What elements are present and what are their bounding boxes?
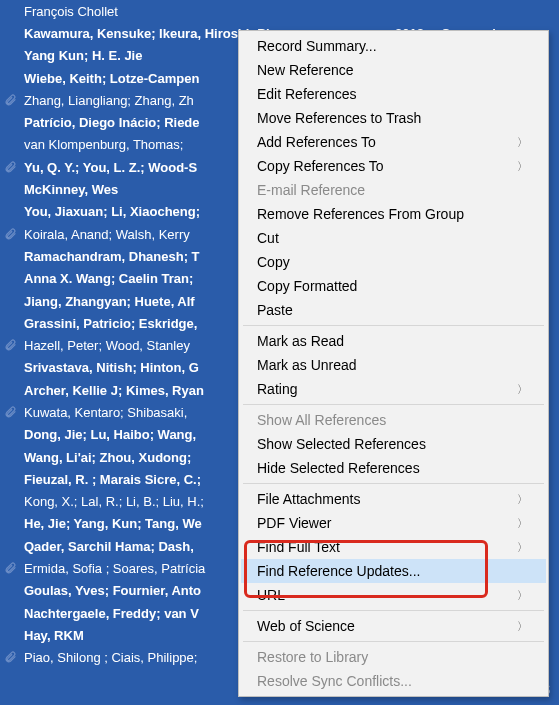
reference-row[interactable]: François Chollet	[0, 0, 559, 22]
menu-label: New Reference	[257, 62, 354, 78]
menu-label: Copy References To	[257, 158, 384, 174]
paperclip-icon	[4, 651, 20, 664]
menu-label: Move References to Trash	[257, 110, 421, 126]
menu-label: Record Summary...	[257, 38, 377, 54]
menu-pdf-viewer[interactable]: PDF Viewer〉	[241, 511, 546, 535]
menu-separator	[243, 404, 544, 405]
menu-file-attachments[interactable]: File Attachments〉	[241, 487, 546, 511]
menu-separator	[243, 610, 544, 611]
paperclip-icon	[4, 406, 20, 419]
menu-new-reference[interactable]: New Reference	[241, 58, 546, 82]
menu-label: File Attachments	[257, 491, 361, 507]
menu-rating[interactable]: Rating〉	[241, 377, 546, 401]
menu-copy-references-to[interactable]: Copy References To〉	[241, 154, 546, 178]
menu-label: Restore to Library	[257, 649, 368, 665]
menu-label: Show All References	[257, 412, 386, 428]
menu-edit-references[interactable]: Edit References	[241, 82, 546, 106]
menu-label: PDF Viewer	[257, 515, 331, 531]
menu-find-full-text[interactable]: Find Full Text〉	[241, 535, 546, 559]
paperclip-icon	[4, 562, 20, 575]
menu-show-selected[interactable]: Show Selected References	[241, 432, 546, 456]
menu-mark-unread[interactable]: Mark as Unread	[241, 353, 546, 377]
menu-label: Add References To	[257, 134, 376, 150]
menu-label: URL	[257, 587, 285, 603]
menu-label: Paste	[257, 302, 293, 318]
paperclip-icon	[4, 228, 20, 241]
menu-copy[interactable]: Copy	[241, 250, 546, 274]
menu-separator	[243, 483, 544, 484]
menu-record-summary[interactable]: Record Summary...	[241, 34, 546, 58]
paperclip-icon	[4, 94, 20, 107]
menu-label: Show Selected References	[257, 436, 426, 452]
chevron-right-icon: 〉	[517, 492, 528, 507]
menu-hide-selected[interactable]: Hide Selected References	[241, 456, 546, 480]
menu-remove-from-group[interactable]: Remove References From Group	[241, 202, 546, 226]
menu-add-references-to[interactable]: Add References To〉	[241, 130, 546, 154]
menu-label: Resolve Sync Conflicts...	[257, 673, 412, 689]
menu-resolve-sync: Resolve Sync Conflicts...	[241, 669, 546, 693]
menu-label: Copy Formatted	[257, 278, 357, 294]
paperclip-icon	[4, 339, 20, 352]
menu-label: E-mail Reference	[257, 182, 365, 198]
paperclip-icon	[4, 161, 20, 174]
menu-email-reference: E-mail Reference	[241, 178, 546, 202]
menu-label: Edit References	[257, 86, 357, 102]
menu-url[interactable]: URL〉	[241, 583, 546, 607]
chevron-right-icon: 〉	[517, 540, 528, 555]
chevron-right-icon: 〉	[517, 516, 528, 531]
menu-label: Hide Selected References	[257, 460, 420, 476]
menu-label: Web of Science	[257, 618, 355, 634]
menu-copy-formatted[interactable]: Copy Formatted	[241, 274, 546, 298]
chevron-right-icon: 〉	[517, 159, 528, 174]
menu-label: Find Full Text	[257, 539, 340, 555]
menu-find-reference-updates[interactable]: Find Reference Updates...	[241, 559, 546, 583]
menu-restore-library: Restore to Library	[241, 645, 546, 669]
menu-paste[interactable]: Paste	[241, 298, 546, 322]
menu-separator	[243, 641, 544, 642]
menu-label: Find Reference Updates...	[257, 563, 420, 579]
chevron-right-icon: 〉	[517, 619, 528, 634]
context-menu: Record Summary... New Reference Edit Ref…	[238, 30, 549, 697]
chevron-right-icon: 〉	[517, 382, 528, 397]
menu-label: Remove References From Group	[257, 206, 464, 222]
authors-cell: François Chollet	[20, 4, 555, 19]
menu-cut[interactable]: Cut	[241, 226, 546, 250]
menu-label: Rating	[257, 381, 297, 397]
chevron-right-icon: 〉	[517, 588, 528, 603]
menu-separator	[243, 325, 544, 326]
menu-label: Mark as Read	[257, 333, 344, 349]
menu-mark-read[interactable]: Mark as Read	[241, 329, 546, 353]
menu-label: Cut	[257, 230, 279, 246]
menu-show-all: Show All References	[241, 408, 546, 432]
menu-label: Copy	[257, 254, 290, 270]
menu-web-of-science[interactable]: Web of Science〉	[241, 614, 546, 638]
menu-move-to-trash[interactable]: Move References to Trash	[241, 106, 546, 130]
chevron-right-icon: 〉	[517, 135, 528, 150]
menu-label: Mark as Unread	[257, 357, 357, 373]
